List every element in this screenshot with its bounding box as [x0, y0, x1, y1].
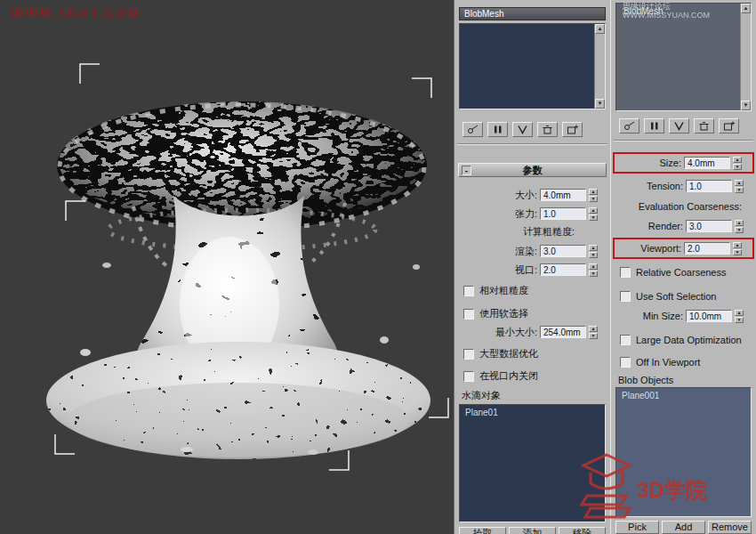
- tension-spinner[interactable]: ▲ ▼: [735, 180, 744, 193]
- size-row: Size: 4.0mm ▲ ▼: [615, 156, 751, 170]
- size-spinner[interactable]: ▲ ▼: [589, 189, 598, 202]
- spinner-up-icon[interactable]: ▲: [589, 245, 598, 251]
- off-in-viewport-option[interactable]: Off In Viewport: [620, 356, 756, 368]
- off-in-viewport-checkbox[interactable]: [463, 371, 474, 382]
- remove-modifier-icon: [542, 125, 553, 134]
- large-data-option[interactable]: Large Data Optimization: [620, 334, 756, 345]
- configure-modifier-sets-button[interactable]: [562, 122, 583, 137]
- pick-button[interactable]: Pick: [615, 521, 659, 534]
- min-size-spinner[interactable]: ▲ ▼: [735, 310, 744, 323]
- render-spinner[interactable]: ▲ ▼: [589, 245, 598, 258]
- make-unique-button[interactable]: [512, 122, 533, 137]
- large-data-checkbox[interactable]: [620, 335, 631, 345]
- min-size-spinner[interactable]: ▲ ▼: [589, 326, 598, 339]
- relative-coarseness-option[interactable]: Relative Coarseness: [620, 266, 756, 278]
- spinner-up-icon[interactable]: ▲: [735, 310, 744, 316]
- off-in-viewport-option[interactable]: 在视口内关闭: [463, 370, 610, 382]
- viewport-field[interactable]: 2.0: [540, 263, 586, 276]
- blob-objects-list[interactable]: Plane01: [459, 404, 606, 522]
- spinner-down-icon[interactable]: ▼: [735, 227, 744, 233]
- blobmesh-splash-render: [0, 0, 454, 534]
- spinner-down-icon[interactable]: ▼: [735, 187, 744, 193]
- remove-button[interactable]: Remove: [708, 521, 752, 534]
- spinner-up-icon[interactable]: ▲: [735, 220, 744, 226]
- viewport-spinner[interactable]: ▲ ▼: [733, 242, 742, 255]
- tension-field[interactable]: 1.0: [540, 207, 586, 220]
- soft-selection-option[interactable]: Use Soft Selection: [620, 290, 756, 302]
- large-data-label: 大型数据优化: [479, 347, 538, 360]
- spinner-up-icon[interactable]: ▲: [735, 180, 744, 186]
- pin-stack-icon: [623, 121, 635, 131]
- relative-coarseness-option[interactable]: 相对粗糙度: [463, 285, 610, 296]
- off-in-viewport-checkbox[interactable]: [620, 357, 631, 368]
- viewport-row: 视口: 2.0 ▲ ▼: [454, 263, 610, 277]
- min-size-field[interactable]: 10.0mm: [686, 310, 732, 322]
- add-button[interactable]: 添加: [509, 527, 556, 534]
- make-unique-button[interactable]: [669, 118, 689, 134]
- relative-coarseness-checkbox[interactable]: [463, 286, 474, 296]
- spinner-up-icon[interactable]: ▲: [589, 189, 598, 195]
- pin-stack-button[interactable]: [619, 118, 639, 134]
- rollout-collapse-icon[interactable]: -: [462, 166, 471, 175]
- scroll-up-icon[interactable]: ▲: [741, 4, 751, 13]
- size-field[interactable]: 4.0mm: [540, 189, 586, 201]
- configure-modifier-sets-button[interactable]: [719, 118, 739, 134]
- viewport-3d[interactable]: WWW.3DXY.COM: [0, 0, 454, 534]
- pick-button[interactable]: 拾取: [459, 527, 506, 534]
- soft-selection-checkbox[interactable]: [463, 309, 474, 320]
- spinner-up-icon[interactable]: ▲: [589, 326, 598, 332]
- relative-coarseness-label: Relative Coarseness: [636, 267, 727, 278]
- min-size-field[interactable]: 254.0mm: [540, 326, 586, 338]
- show-end-result-button[interactable]: [644, 118, 664, 134]
- size-spinner[interactable]: ▲ ▼: [733, 157, 742, 170]
- pin-stack-button[interactable]: [462, 122, 483, 137]
- large-data-label: Large Data Optimization: [636, 335, 742, 345]
- tension-field[interactable]: 1.0: [686, 180, 732, 192]
- spinner-up-icon[interactable]: ▲: [733, 157, 742, 163]
- spinner-down-icon[interactable]: ▼: [589, 333, 598, 339]
- viewport-spinner[interactable]: ▲ ▼: [589, 263, 598, 277]
- stack-scrollbar[interactable]: ▲ ▼: [594, 24, 605, 109]
- spinner-up-icon[interactable]: ▲: [589, 207, 598, 214]
- blob-objects-list[interactable]: Plane001: [615, 387, 752, 517]
- spinner-down-icon[interactable]: ▼: [589, 252, 598, 258]
- size-field[interactable]: 4.0mm: [684, 157, 730, 169]
- remove-modifier-button[interactable]: [537, 122, 558, 137]
- spinner-down-icon[interactable]: ▼: [733, 164, 742, 170]
- add-button[interactable]: Add: [662, 521, 705, 534]
- spinner-down-icon[interactable]: ▼: [733, 249, 742, 255]
- large-data-checkbox[interactable]: [463, 349, 474, 360]
- remove-button[interactable]: 移除: [559, 527, 606, 534]
- viewport-label: 视口:: [515, 263, 537, 277]
- tension-spinner[interactable]: ▲ ▼: [589, 207, 598, 221]
- spinner-down-icon[interactable]: ▼: [589, 214, 598, 221]
- spinner-down-icon[interactable]: ▼: [735, 317, 744, 323]
- list-item[interactable]: Plane01: [465, 408, 599, 417]
- soft-selection-checkbox[interactable]: [620, 291, 631, 302]
- relative-coarseness-checkbox[interactable]: [620, 267, 631, 278]
- modifier-stack-list[interactable]: ▲ ▼: [459, 23, 606, 109]
- spinner-up-icon[interactable]: ▲: [589, 263, 598, 270]
- large-data-option[interactable]: 大型数据优化: [463, 348, 610, 360]
- render-field[interactable]: 3.0: [686, 220, 732, 232]
- modifier-stack-title[interactable]: BlobMesh: [459, 7, 606, 20]
- list-item[interactable]: Plane001: [622, 391, 745, 400]
- viewport-field[interactable]: 2.0: [684, 242, 730, 255]
- spinner-down-icon[interactable]: ▼: [589, 196, 598, 202]
- rollout-parameters[interactable]: - 参数: [458, 163, 607, 177]
- render-field[interactable]: 3.0: [540, 245, 586, 257]
- scroll-down-icon[interactable]: ▼: [595, 99, 605, 109]
- spinner-down-icon[interactable]: ▼: [589, 271, 598, 277]
- stack-toolbar: [462, 122, 607, 137]
- size-label: 大小:: [515, 189, 537, 202]
- scroll-down-icon[interactable]: ▼: [741, 101, 751, 110]
- render-spinner[interactable]: ▲ ▼: [735, 220, 744, 233]
- stack-scrollbar[interactable]: ▲ ▼: [740, 4, 751, 110]
- size-row: 大小: 4.0mm ▲ ▼: [454, 188, 610, 202]
- show-end-result-button[interactable]: [487, 122, 508, 137]
- soft-selection-option[interactable]: 使用软选择: [463, 308, 610, 320]
- spinner-up-icon[interactable]: ▲: [733, 242, 742, 248]
- scroll-up-icon[interactable]: ▲: [595, 24, 605, 34]
- remove-modifier-button[interactable]: [694, 118, 714, 134]
- blob-objects-label: Blob Objects: [611, 375, 756, 385]
